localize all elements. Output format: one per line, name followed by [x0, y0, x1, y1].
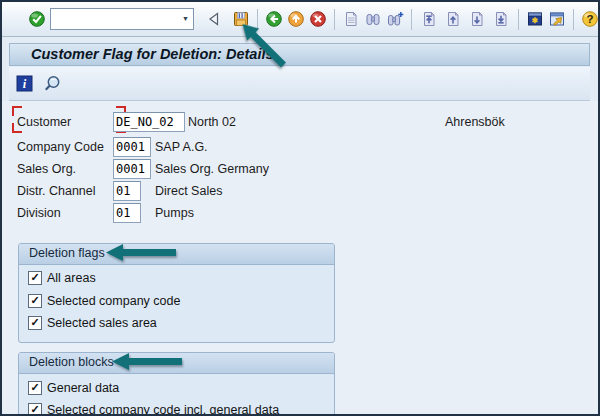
cancel-icon	[309, 10, 327, 28]
deletion-flags-header: Deletion flags	[19, 244, 334, 265]
toolbar-separator	[573, 9, 574, 30]
info-icon: i	[15, 74, 34, 93]
standard-toolbar: ▼	[2, 2, 598, 37]
field-row-division: Division Pumps	[2, 203, 598, 223]
exit-button[interactable]	[287, 10, 305, 28]
last-page-icon	[492, 10, 510, 28]
checkbox-row-all-areas: ✓ All areas	[28, 271, 96, 285]
general-data-checkbox[interactable]: ✓	[28, 381, 42, 395]
deletion-flags-group: Deletion flags ✓ All areas ✓ Selected co…	[18, 243, 335, 343]
sales-org-description: Sales Org. Germany	[155, 162, 269, 176]
field-row-company-code: Company Code SAP A.G.	[2, 137, 598, 157]
page-title: Customer Flag for Deletion: Details	[10, 44, 589, 65]
annotation-arrow-deletion-flags	[106, 244, 176, 261]
display-icon	[42, 74, 63, 94]
collapse-command-icon	[206, 10, 221, 28]
question-glyph: ?	[586, 13, 593, 25]
previous-page-icon	[444, 10, 462, 28]
toolbar-separator	[334, 9, 335, 30]
company-code-incl-general-label: Selected company code incl. general data	[47, 403, 279, 414]
enter-button[interactable]	[28, 10, 46, 28]
company-code-description: SAP A.G.	[155, 140, 208, 154]
company-code-input[interactable]	[113, 137, 151, 157]
checkbox-row-general-data: ✓ General data	[28, 381, 119, 395]
customer-input[interactable]	[113, 112, 185, 132]
division-label: Division	[17, 206, 61, 220]
toolbar-separator	[518, 9, 519, 30]
sap-window: ▼	[0, 0, 600, 416]
find-next-button[interactable]	[386, 10, 404, 28]
selected-sales-area-checkbox[interactable]: ✓	[28, 316, 42, 330]
general-data-label: General data	[47, 381, 119, 395]
help-button[interactable]: ?	[581, 10, 598, 28]
back-icon	[265, 10, 283, 28]
create-shortcut-button[interactable]	[548, 10, 566, 28]
selected-company-code-label: Selected company code	[47, 294, 180, 308]
print-button[interactable]	[342, 10, 360, 28]
application-toolbar: i	[9, 67, 590, 101]
toolbar-separator	[411, 9, 412, 30]
selected-sales-area-label: Selected sales area	[47, 316, 157, 330]
find-icon	[364, 10, 382, 28]
customer-label: Customer	[17, 115, 71, 129]
distr-channel-input[interactable]	[113, 181, 141, 201]
find-button[interactable]	[364, 10, 382, 28]
command-input[interactable]	[51, 11, 178, 27]
next-page-button[interactable]	[468, 10, 486, 28]
selected-company-code-checkbox[interactable]: ✓	[28, 294, 42, 308]
help-icon: ?	[581, 10, 598, 28]
previous-page-button[interactable]	[444, 10, 462, 28]
checkbox-row-company-code-incl-general: ✓ Selected company code incl. general da…	[28, 403, 279, 414]
all-areas-label: All areas	[47, 271, 96, 285]
checkbox-row-selected-company-code: ✓ Selected company code	[28, 294, 180, 308]
enter-icon	[28, 10, 46, 28]
info-glyph: i	[23, 77, 27, 91]
company-code-incl-general-checkbox[interactable]: ✓	[28, 403, 42, 414]
field-row-distr-channel: Distr. Channel Direct Sales	[2, 181, 598, 201]
exit-icon	[287, 10, 305, 28]
info-button[interactable]: i	[15, 74, 35, 94]
display-button[interactable]	[42, 74, 62, 94]
dropdown-icon[interactable]: ▼	[178, 10, 193, 28]
annotation-arrow-deletion-blocks	[112, 353, 182, 370]
all-areas-checkbox[interactable]: ✓	[28, 271, 42, 285]
sales-org-input[interactable]	[113, 159, 151, 179]
customer-description: North 02	[188, 115, 236, 129]
company-code-label: Company Code	[17, 140, 104, 154]
back-button[interactable]	[265, 10, 283, 28]
cancel-button[interactable]	[309, 10, 327, 28]
hide-command-field-button[interactable]	[206, 10, 224, 28]
last-page-button[interactable]	[492, 10, 510, 28]
field-row-sales-org: Sales Org. Sales Org. Germany	[2, 159, 598, 179]
field-row-customer: Customer North 02 Ahrensbök	[2, 112, 598, 132]
command-field[interactable]: ▼	[50, 8, 194, 30]
customer-city: Ahrensbök	[445, 115, 505, 129]
content-area: Customer North 02 Ahrensbök Company Code…	[2, 101, 598, 414]
new-session-icon	[526, 10, 544, 28]
division-input[interactable]	[113, 203, 141, 223]
sales-org-label: Sales Org.	[17, 162, 76, 176]
first-page-button[interactable]	[420, 10, 438, 28]
distr-channel-label: Distr. Channel	[17, 184, 96, 198]
find-next-icon	[386, 10, 404, 28]
new-session-button[interactable]	[526, 10, 544, 28]
division-description: Pumps	[155, 206, 194, 220]
first-page-icon	[420, 10, 438, 28]
distr-channel-description: Direct Sales	[155, 184, 222, 198]
next-page-icon	[468, 10, 486, 28]
shortcut-icon	[548, 10, 566, 28]
checkbox-row-selected-sales-area: ✓ Selected sales area	[28, 316, 157, 330]
print-icon	[342, 10, 360, 28]
title-bar: Customer Flag for Deletion: Details	[9, 43, 590, 66]
